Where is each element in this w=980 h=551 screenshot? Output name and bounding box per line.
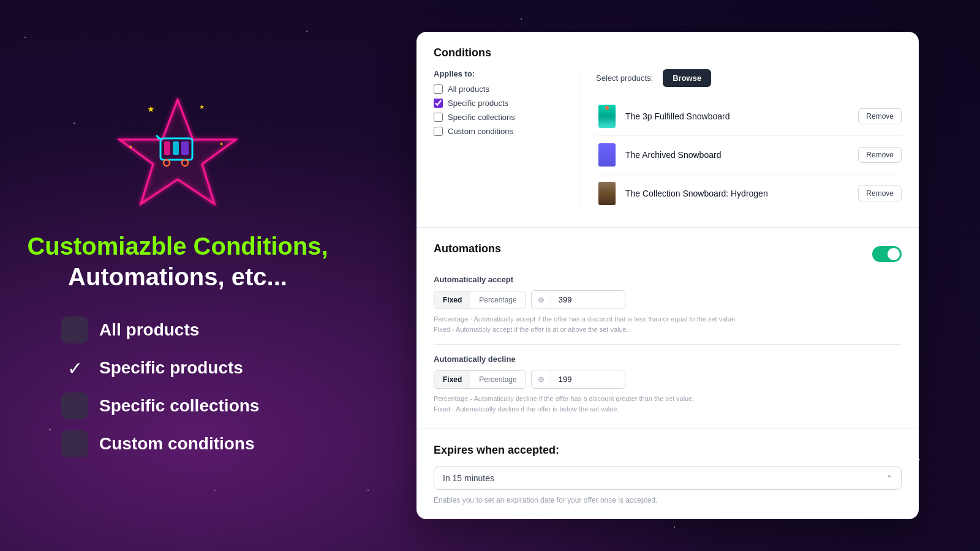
accept-value-field[interactable]: [551, 291, 625, 309]
product-name-2: The Archived Snowboard: [625, 150, 851, 160]
automations-title: Automations: [434, 242, 501, 255]
auto-decline-block: Automatically decline Fixed Percentage ⊕…: [434, 354, 902, 414]
checklist: All products ✓ Specific products Specifi…: [24, 317, 331, 457]
remove-button-2[interactable]: Remove: [858, 147, 902, 163]
auto-accept-title: Automatically accept: [434, 275, 902, 284]
applies-to-label: Applies to:: [434, 69, 581, 78]
svg-rect-7: [164, 141, 170, 155]
snowboard-image-2: [598, 143, 616, 167]
svg-rect-8: [173, 141, 179, 155]
checkbox-all-products: [61, 317, 88, 343]
decline-fixed-tab[interactable]: Fixed: [434, 371, 470, 388]
right-panel: Conditions Applies to: All products Spec…: [355, 13, 980, 538]
checklist-label-specific: Specific products: [99, 358, 243, 378]
automations-section: Automations Automatically accept Fixed P…: [417, 228, 919, 429]
left-panel: ★ ★ ✦ ✦ Customiazble Conditions, Automat…: [0, 69, 355, 482]
headline-green: Customiazble Conditions,: [27, 231, 328, 261]
svg-line-4: [156, 135, 159, 138]
accept-currency-icon: ⊕: [532, 291, 551, 309]
list-item: Specific collections: [61, 392, 331, 419]
auto-decline-description: Percentage - Automatically decline if th…: [434, 394, 902, 414]
expires-description: Enables you to set an expiration date fo…: [434, 496, 902, 504]
conditions-section: Conditions Applies to: All products Spec…: [417, 32, 919, 228]
expires-select-input[interactable]: In 15 minutes In 30 minutes In 1 hour In…: [434, 467, 878, 489]
checkbox-specific-collections-input[interactable]: [434, 113, 443, 122]
svg-text:✦: ✦: [219, 141, 224, 147]
radio-label-collections: Specific collections: [448, 113, 515, 122]
auto-decline-input-row: Fixed Percentage ⊕: [434, 370, 902, 389]
expires-select-wrapper[interactable]: In 15 minutes In 30 minutes In 1 hour In…: [434, 467, 902, 490]
headline: Customiazble Conditions, Automations, et…: [27, 231, 328, 292]
product-row-1: The 3p Fulfilled Snowboard Remove: [596, 97, 902, 135]
radio-specific-collections[interactable]: Specific collections: [434, 113, 581, 122]
product-row-2: The Archived Snowboard Remove: [596, 135, 902, 174]
snowboard-image-3: [598, 182, 616, 205]
select-products-header: Select products: Browse: [596, 69, 902, 87]
radio-all-products[interactable]: All products: [434, 84, 581, 94]
headline-white: Automations, etc...: [27, 261, 328, 292]
auto-decline-title: Automatically decline: [434, 354, 902, 364]
decline-percentage-tab[interactable]: Percentage: [470, 371, 525, 388]
auto-accept-block: Automatically accept Fixed Percentage ⊕ …: [434, 275, 902, 334]
checkbox-all-products-input[interactable]: [434, 84, 443, 94]
svg-rect-9: [181, 141, 189, 155]
select-products-text: Select products:: [596, 73, 653, 83]
product-row-3: The Collection Snowboard: Hydrogen Remov…: [596, 174, 902, 212]
checklist-label-collections: Specific collections: [99, 396, 259, 416]
conditions-title: Conditions: [434, 47, 902, 59]
checkbox-custom-conditions: [61, 430, 88, 457]
automations-divider: [434, 344, 902, 345]
radio-label-all: All products: [448, 84, 489, 94]
conditions-layout: Applies to: All products Specific produc…: [434, 69, 902, 212]
logo-container: ★ ★ ✦ ✦: [110, 94, 245, 216]
list-item: Custom conditions: [61, 430, 331, 457]
product-name-3: The Collection Snowboard: Hydrogen: [625, 189, 851, 198]
product-thumbnail-1: [596, 103, 618, 129]
chevron-down-icon: ⌃: [878, 468, 901, 489]
radio-label-custom: Custom conditions: [448, 127, 513, 136]
snowboard-image-1: [598, 105, 616, 128]
checkbox-specific-collections: [61, 392, 88, 419]
svg-text:★: ★: [199, 103, 205, 110]
checkbox-specific-products-input[interactable]: [434, 99, 443, 108]
conditions-right: Select products: Browse The 3p Fulfilled…: [581, 69, 902, 212]
list-item: ✓ Specific products: [61, 354, 331, 381]
decline-value-field[interactable]: [551, 370, 625, 388]
product-thumbnail-3: [596, 181, 618, 206]
accept-percentage-tab[interactable]: Percentage: [470, 291, 525, 309]
list-item: All products: [61, 317, 331, 343]
accept-value-input: ⊕: [531, 290, 625, 309]
decline-currency-icon: ⊕: [532, 370, 551, 388]
automations-header: Automations: [434, 242, 902, 265]
automations-toggle[interactable]: [872, 246, 902, 262]
radio-custom-conditions[interactable]: Custom conditions: [434, 127, 581, 136]
product-thumbnail-2: [596, 142, 618, 168]
expires-section: Expires when accepted: In 15 minutes In …: [417, 429, 919, 519]
checkbox-custom-conditions-input[interactable]: [434, 127, 443, 136]
product-name-1: The 3p Fulfilled Snowboard: [625, 111, 851, 121]
accept-fixed-tab[interactable]: Fixed: [434, 291, 470, 309]
checkbox-specific-products: ✓: [61, 354, 88, 381]
settings-card: Conditions Applies to: All products Spec…: [417, 32, 919, 519]
remove-button-3[interactable]: Remove: [858, 186, 902, 201]
decline-value-input: ⊕: [531, 370, 625, 389]
auto-accept-description: Percentage - Automatically accept if the…: [434, 314, 902, 334]
remove-button-1[interactable]: Remove: [858, 108, 902, 124]
radio-specific-products[interactable]: Specific products: [434, 99, 581, 108]
accept-tab-group: Fixed Percentage: [434, 291, 526, 309]
expires-title: Expires when accepted:: [434, 444, 902, 457]
checklist-label-all: All products: [99, 320, 199, 340]
decline-tab-group: Fixed Percentage: [434, 370, 526, 389]
conditions-left: Applies to: All products Specific produc…: [434, 69, 581, 212]
svg-text:★: ★: [147, 104, 155, 114]
radio-label-specific: Specific products: [448, 99, 508, 108]
svg-text:✦: ✦: [129, 144, 133, 150]
checklist-label-custom: Custom conditions: [99, 434, 255, 454]
star-logo: ★ ★ ✦ ✦: [110, 94, 245, 216]
auto-accept-input-row: Fixed Percentage ⊕: [434, 290, 902, 309]
browse-button[interactable]: Browse: [663, 69, 711, 87]
